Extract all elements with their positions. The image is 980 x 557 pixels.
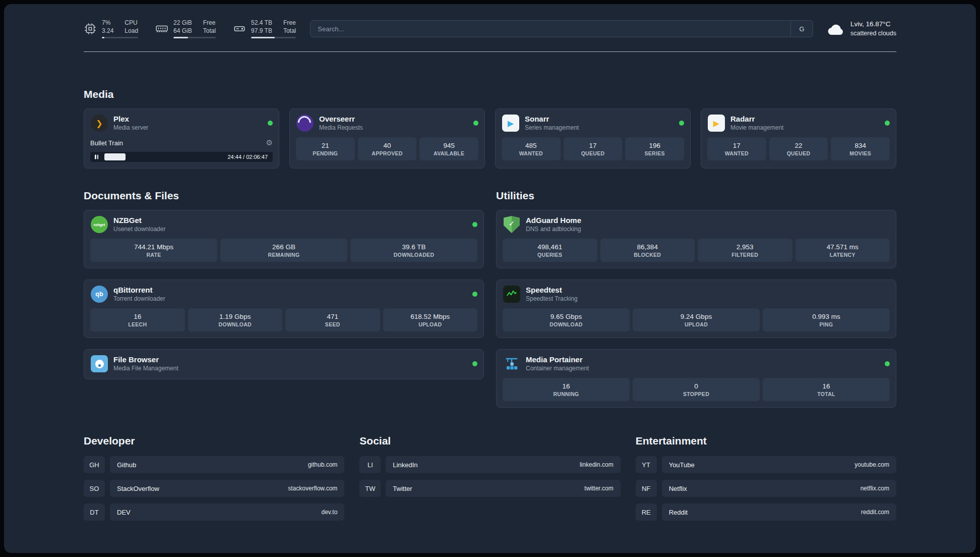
app-subtitle: Torrent downloader bbox=[113, 295, 165, 303]
bookmark-abbr[interactable]: RE bbox=[636, 504, 657, 521]
stat-tile: 1.19 Gbps DOWNLOAD bbox=[188, 308, 283, 331]
app-name: Radarr bbox=[730, 115, 783, 124]
bookmark-reddit[interactable]: RE Reddit reddit.com bbox=[636, 504, 896, 521]
ram-total: 64 GiB bbox=[173, 27, 192, 35]
media-grid: ❯ Plex Media server Bullet Train ⚙ bbox=[84, 108, 896, 169]
cloud-icon bbox=[827, 22, 844, 35]
bookmark-link[interactable]: StackOverflow stackoverflow.com bbox=[110, 480, 344, 497]
playback-progress-fill bbox=[104, 153, 126, 160]
ram-monitor: 22 GiB 64 GiB Free Total bbox=[155, 19, 216, 38]
documents-section-title: Documents & Files bbox=[84, 190, 484, 202]
stat-tile: 40 APPROVED bbox=[358, 137, 417, 160]
bookmark-link[interactable]: YouTube youtube.com bbox=[662, 456, 896, 473]
stat-tile: 39.6 TB DOWNLOADED bbox=[350, 239, 477, 262]
stat-tile: 17 QUEUED bbox=[564, 137, 623, 160]
gear-icon[interactable]: ⚙ bbox=[266, 138, 273, 147]
overseerr-icon bbox=[296, 114, 314, 132]
plex-card[interactable]: ❯ Plex Media server Bullet Train ⚙ bbox=[84, 108, 279, 169]
bookmark-abbr[interactable]: YT bbox=[636, 456, 657, 473]
cpu-icon bbox=[84, 22, 97, 35]
stat-tile: 16 TOTAL bbox=[763, 378, 890, 401]
filebrowser-card[interactable]: File Browser Media File Management bbox=[84, 349, 484, 379]
bookmark-link[interactable]: Reddit reddit.com bbox=[662, 504, 896, 521]
stat-tile: 471 SEED bbox=[285, 308, 380, 331]
status-dot bbox=[268, 121, 273, 126]
speedtest-icon bbox=[503, 285, 521, 303]
pause-icon[interactable] bbox=[95, 155, 98, 159]
weather-widget: Lviv, 16.87°C scattered clouds bbox=[827, 20, 896, 37]
cpu-label: CPU bbox=[125, 19, 138, 27]
nzbget-card[interactable]: nzbget NZBGet Usenet downloader 744.21 M… bbox=[84, 210, 484, 268]
sonarr-card[interactable]: ▶ Sonarr Series management 485 WANTED 17… bbox=[495, 108, 691, 169]
bookmark-linkedin[interactable]: LI LinkedIn linkedin.com bbox=[359, 456, 620, 473]
search-engine-button[interactable]: G bbox=[790, 21, 813, 37]
plex-icon: ❯ bbox=[90, 114, 108, 132]
stat-tile: 834 MOVIES bbox=[831, 137, 890, 160]
cpu-progress-fill bbox=[102, 37, 104, 38]
adguard-icon: ✓ bbox=[503, 215, 521, 234]
cpu-load-avg: 3.24 bbox=[102, 27, 113, 35]
bookmark-link[interactable]: Netflix netflix.com bbox=[662, 480, 896, 497]
bookmark-abbr[interactable]: TW bbox=[359, 480, 381, 497]
bookmark-link[interactable]: Github github.com bbox=[110, 456, 344, 473]
ram-progress-track bbox=[173, 37, 216, 38]
stat-tile: 618.52 Mbps UPLOAD bbox=[383, 308, 478, 331]
qbittorrent-card[interactable]: qb qBittorrent Torrent downloader 16 LEE… bbox=[84, 280, 484, 338]
bookmark-twitter[interactable]: TW Twitter twitter.com bbox=[359, 480, 620, 497]
bookmark-link[interactable]: LinkedIn linkedin.com bbox=[386, 456, 620, 473]
stat-tile: 22 QUEUED bbox=[769, 137, 828, 160]
plex-player-bar[interactable]: 24:44 / 02:06:47 bbox=[90, 152, 273, 162]
cpu-monitor: 7% 3.24 CPU Load bbox=[84, 19, 138, 38]
stat-tile: 2,953 FILTERED bbox=[698, 239, 792, 262]
radarr-card[interactable]: ▶ Radarr Movie management 17 WANTED 22 Q… bbox=[701, 108, 896, 169]
developer-title: Developer bbox=[84, 435, 344, 447]
status-dot bbox=[472, 292, 477, 297]
app-subtitle: Usenet downloader bbox=[113, 226, 165, 233]
disk-free: 52.4 TB bbox=[251, 19, 272, 27]
portainer-card[interactable]: Media Portainer Container management 16 … bbox=[496, 349, 896, 408]
app-name: Overseerr bbox=[319, 115, 363, 124]
stat-tile: 86,384 BLOCKED bbox=[600, 239, 695, 262]
disk-icon bbox=[233, 22, 246, 35]
app-name: File Browser bbox=[113, 355, 178, 365]
speedtest-card[interactable]: Speedtest Speedtest Tracking 9.65 Gbps D… bbox=[496, 280, 896, 338]
stat-tile: 47.571 ms LATENCY bbox=[795, 239, 890, 262]
app-subtitle: Media File Management bbox=[113, 365, 178, 372]
bookmark-github[interactable]: GH Github github.com bbox=[84, 456, 344, 473]
bookmark-abbr[interactable]: NF bbox=[636, 480, 657, 497]
bookmarks: Developer GH Github github.com SO StackO… bbox=[84, 435, 896, 542]
app-name: AdGuard Home bbox=[526, 216, 581, 226]
bookmark-abbr[interactable]: DT bbox=[84, 504, 105, 521]
entertainment-bookmarks: Entertainment YT YouTube youtube.com NF … bbox=[636, 435, 896, 527]
bookmark-abbr[interactable]: SO bbox=[84, 480, 105, 497]
bookmark-link[interactable]: Twitter twitter.com bbox=[386, 480, 620, 497]
ram-free: 22 GiB bbox=[173, 19, 192, 27]
bookmark-link[interactable]: DEV dev.to bbox=[110, 504, 344, 521]
bookmark-youtube[interactable]: YT YouTube youtube.com bbox=[636, 456, 896, 473]
topbar-divider bbox=[84, 51, 896, 52]
bookmark-stackoverflow[interactable]: SO StackOverflow stackoverflow.com bbox=[84, 480, 344, 497]
playback-progress-track[interactable] bbox=[104, 153, 212, 160]
app-subtitle: DNS and adblocking bbox=[526, 226, 581, 233]
bookmark-abbr[interactable]: LI bbox=[359, 456, 381, 473]
weather-condition: scattered clouds bbox=[850, 29, 896, 38]
app-name: Sonarr bbox=[525, 115, 579, 124]
bookmark-netflix[interactable]: NF Netflix netflix.com bbox=[636, 480, 896, 497]
app-name: Speedtest bbox=[526, 286, 578, 295]
status-dot bbox=[885, 361, 890, 366]
bookmark-dev[interactable]: DT DEV dev.to bbox=[84, 504, 344, 521]
cpu-progress-track bbox=[102, 37, 138, 38]
bookmark-abbr[interactable]: GH bbox=[84, 456, 105, 473]
system-monitors: 7% 3.24 CPU Load bbox=[84, 19, 296, 38]
app-name: Media Portainer bbox=[526, 355, 589, 365]
social-bookmarks: Social LI LinkedIn linkedin.com TW Twitt… bbox=[359, 435, 620, 527]
app-subtitle: Container management bbox=[526, 365, 589, 372]
now-playing-title: Bullet Train bbox=[90, 139, 123, 147]
stat-tile: 266 GB REMAINING bbox=[220, 239, 347, 262]
app-name: qBittorrent bbox=[113, 286, 165, 295]
status-dot bbox=[472, 222, 477, 227]
search-input[interactable] bbox=[311, 21, 790, 37]
overseerr-card[interactable]: Overseerr Media Requests 21 PENDING 40 A… bbox=[289, 108, 485, 169]
stat-tile: 485 WANTED bbox=[502, 137, 561, 160]
adguard-card[interactable]: ✓ AdGuard Home DNS and adblocking 498,46… bbox=[496, 210, 896, 268]
